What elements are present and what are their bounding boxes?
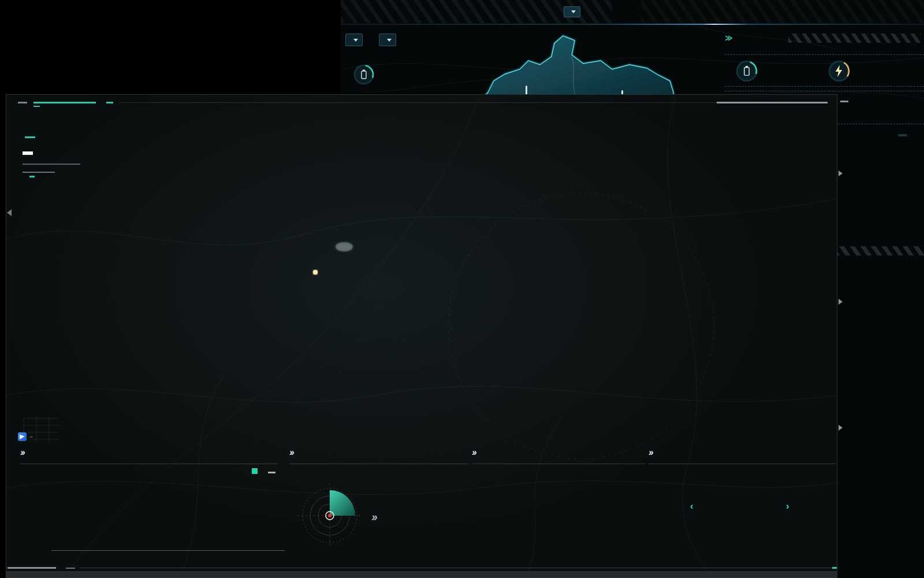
hub-glow	[313, 270, 318, 275]
legend-line-icon	[268, 472, 275, 473]
desktop: ≫	[0, 0, 924, 578]
decor-ring	[448, 193, 714, 459]
badge-tick	[29, 176, 35, 177]
panel-stripes	[788, 34, 921, 43]
deco-line	[18, 102, 27, 103]
badge-underline	[23, 172, 55, 173]
legend-yoy[interactable]	[268, 468, 278, 475]
legend-swatch-icon	[252, 468, 258, 474]
section-divider	[20, 464, 278, 464]
chevron-down-icon	[387, 39, 392, 42]
sentiment-next-button[interactable]	[786, 501, 789, 512]
title-accent-dash	[25, 136, 35, 138]
district-dropdown[interactable]	[345, 34, 363, 46]
tab-high-score-reasons[interactable]	[898, 134, 907, 136]
panel-arrow-icon: ≫	[725, 34, 733, 42]
revenue-legend	[252, 468, 278, 475]
deco-line	[832, 567, 837, 569]
legend-visitors[interactable]	[252, 468, 260, 475]
visitors-section	[289, 447, 468, 572]
section-chevron-icon	[289, 447, 293, 458]
tab-low-score-reasons[interactable]	[915, 134, 920, 136]
tourism-dashboard-window	[6, 94, 837, 578]
window-bottom-band	[6, 571, 837, 577]
map-attribution	[18, 432, 36, 441]
revenue-section	[20, 447, 278, 572]
lightning-icon	[828, 60, 851, 83]
amap-logo-text	[29, 436, 33, 438]
deco-line	[8, 567, 56, 569]
header-divider	[341, 24, 924, 25]
badge-subtitle	[23, 164, 80, 165]
carousel-next-icon[interactable]	[839, 425, 843, 431]
jinan-cloud	[336, 242, 353, 251]
revenue-chart	[51, 481, 285, 550]
carousel-prev-icon[interactable]	[7, 209, 12, 216]
metrics-section	[472, 447, 645, 572]
battery-icon	[353, 64, 375, 86]
sentiment-prev-button[interactable]	[690, 501, 694, 512]
window-deco-dash	[840, 101, 848, 102]
double-chevron-icon	[371, 510, 376, 524]
chevron-down-icon	[571, 10, 576, 13]
month-orders-card	[735, 60, 765, 83]
sentiment-section	[649, 447, 836, 572]
deco-line	[33, 102, 96, 103]
deco-line	[106, 102, 113, 103]
today-kwh-card	[828, 60, 858, 83]
beijing-map	[485, 36, 673, 95]
amap-logo-icon	[18, 432, 27, 441]
station-dropdown[interactable]	[379, 34, 396, 46]
deco-line	[717, 102, 828, 103]
section-divider	[472, 464, 645, 464]
section-chevron-icon	[472, 447, 476, 458]
deco-line	[33, 106, 40, 107]
sentiment-donut	[683, 459, 776, 551]
deco-line	[66, 568, 75, 569]
carousel-next-icon[interactable]	[839, 171, 843, 176]
city-dropdown[interactable]	[564, 6, 580, 17]
gauge-sector	[330, 490, 355, 516]
battery-icon	[735, 60, 758, 83]
deco-line	[79, 568, 836, 568]
carousel-next-icon[interactable]	[839, 299, 843, 305]
chevron-down-icon	[353, 39, 358, 42]
visitor-radar-gauge	[292, 475, 368, 554]
business-badge[interactable]	[23, 151, 33, 155]
section-chevron-icon	[649, 447, 653, 458]
x-axis-line	[51, 550, 285, 551]
section-chevron-icon	[20, 447, 24, 458]
section-divider	[289, 464, 468, 464]
profit-cards-row	[725, 54, 924, 87]
deco-line	[119, 102, 717, 103]
